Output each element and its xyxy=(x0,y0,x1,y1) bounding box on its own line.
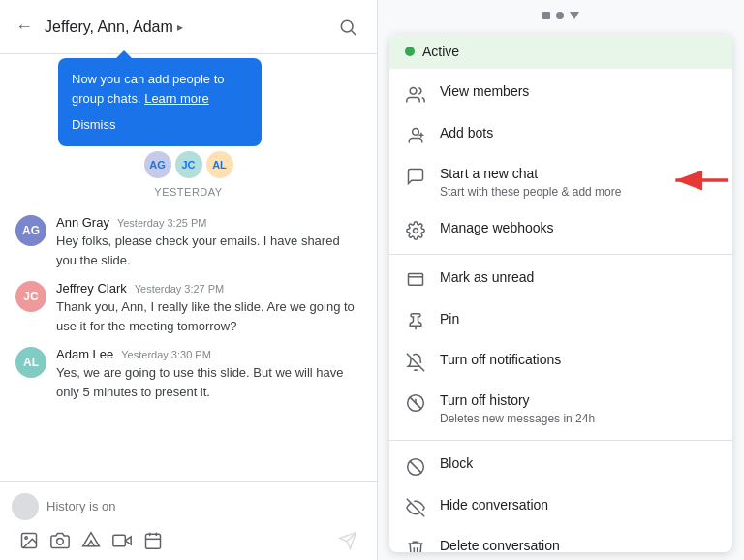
menu-panel: Active View members Add bots xyxy=(378,0,744,560)
menu-item-history[interactable]: Turn off history Deletes new messages in… xyxy=(389,382,732,436)
message-sender: Jeffrey Clark xyxy=(56,281,127,296)
message-content: Ann GrayYesterday 3:25 PMHey folks, plea… xyxy=(56,215,361,269)
menu-item-mark-unread[interactable]: Mark as unread xyxy=(389,259,732,299)
group-avatar-2: JC xyxy=(175,151,202,178)
settings-icon xyxy=(405,220,426,240)
people-icon xyxy=(405,83,426,104)
message-input[interactable] xyxy=(46,499,365,513)
menu-item-add-bots[interactable]: Add bots xyxy=(389,114,732,155)
pin-text: Pin xyxy=(440,310,717,329)
message-text: Hey folks, please check your emails. I h… xyxy=(56,232,361,269)
svg-line-21 xyxy=(407,354,424,371)
active-label: Active xyxy=(422,44,459,59)
chat-title-text: Jeffery, Ann, Adam xyxy=(45,18,173,36)
dropdown-menu: Active View members Add bots xyxy=(389,34,732,552)
search-button[interactable] xyxy=(334,13,361,41)
block-text: Block xyxy=(440,454,717,474)
message-time: Yesterday 3:27 PM xyxy=(135,283,225,295)
message-row: AGAnn GrayYesterday 3:25 PMHey folks, pl… xyxy=(0,209,377,275)
history-row xyxy=(12,489,365,524)
footer-icons xyxy=(12,524,365,552)
video-icon[interactable] xyxy=(112,530,132,550)
drive-icon[interactable] xyxy=(81,530,101,550)
hide-text: Hide conversation xyxy=(440,496,717,515)
tooltip-bubble: Now you can add people to group chats. L… xyxy=(58,58,262,146)
menu-item-pin[interactable]: Pin xyxy=(389,300,732,341)
message-header: Ann GrayYesterday 3:25 PM xyxy=(56,215,361,230)
image-icon[interactable] xyxy=(19,530,39,550)
delete-icon xyxy=(405,538,426,552)
messages-container: AGAnn GrayYesterday 3:25 PMHey folks, pl… xyxy=(0,209,377,407)
menu-section-2: Mark as unread Pin Turn off notification… xyxy=(389,255,732,441)
svg-line-25 xyxy=(410,461,421,473)
message-avatar: AL xyxy=(16,347,46,378)
camera-icon[interactable] xyxy=(50,530,70,550)
menu-item-notifications[interactable]: Turn off notifications xyxy=(389,341,732,382)
message-text: Thank you, Ann, I really like the slide.… xyxy=(56,297,361,335)
message-header: Adam LeeYesterday 3:30 PM xyxy=(56,347,361,361)
chat-panel: ← Jeffery, Ann, Adam ▸ Now you can add p… xyxy=(0,0,378,560)
group-avatar-3: AL xyxy=(206,151,233,178)
date-label: YESTERDAY xyxy=(0,186,377,198)
svg-marker-6 xyxy=(125,537,131,544)
menu-item-webhooks[interactable]: Manage webhooks xyxy=(389,209,732,250)
history-text: Turn off history Deletes new messages in… xyxy=(440,391,717,426)
message-avatar: JC xyxy=(16,281,46,312)
send-button[interactable] xyxy=(338,530,357,550)
active-bar: Active xyxy=(389,34,732,69)
mark-unread-text: Mark as unread xyxy=(440,268,717,288)
red-arrow xyxy=(666,167,734,194)
tooltip-learn-more[interactable]: Learn more xyxy=(144,91,208,106)
svg-point-15 xyxy=(413,128,419,135)
topbar-square xyxy=(542,12,550,19)
add-bots-text: Add bots xyxy=(440,124,717,143)
message-content: Jeffrey ClarkYesterday 3:27 PMThank you,… xyxy=(56,281,361,335)
svg-point-0 xyxy=(341,20,353,32)
view-members-text: View members xyxy=(440,82,717,102)
menu-item-delete[interactable]: Delete conversation xyxy=(389,527,732,552)
my-avatar xyxy=(12,493,39,520)
avatar-group: AG JC AL xyxy=(0,151,377,178)
menu-section-3: Block Hide conversation Delete conversat… xyxy=(389,441,732,552)
menu-item-hide[interactable]: Hide conversation xyxy=(389,486,732,527)
group-avatar-1: AG xyxy=(144,151,171,178)
message-avatar: AG xyxy=(16,215,46,246)
flag-icon xyxy=(405,269,426,290)
menu-item-view-members[interactable]: View members xyxy=(389,73,732,113)
svg-line-1 xyxy=(352,31,356,36)
svg-point-4 xyxy=(57,539,64,545)
history-off-icon xyxy=(405,392,426,413)
message-content: Adam LeeYesterday 3:30 PMYes, we are goi… xyxy=(56,347,361,401)
pin-icon xyxy=(405,311,426,331)
bell-off-icon xyxy=(405,352,426,372)
message-header: Jeffrey ClarkYesterday 3:27 PM xyxy=(56,281,361,296)
message-row: ALAdam LeeYesterday 3:30 PMYes, we are g… xyxy=(0,341,377,407)
svg-point-3 xyxy=(25,537,27,540)
svg-point-14 xyxy=(410,87,417,94)
svg-rect-7 xyxy=(113,535,125,546)
notifications-text: Turn off notifications xyxy=(440,351,717,370)
menu-item-block[interactable]: Block xyxy=(389,445,732,485)
message-time: Yesterday 3:25 PM xyxy=(117,217,207,229)
menu-section-1: View members Add bots Start a new chat S… xyxy=(389,69,732,255)
search-icon xyxy=(338,17,357,37)
chat-footer xyxy=(0,481,377,560)
back-button[interactable]: ← xyxy=(16,16,33,37)
message-sender: Ann Gray xyxy=(56,215,109,230)
message-time: Yesterday 3:30 PM xyxy=(121,349,211,360)
svg-rect-8 xyxy=(146,534,161,548)
delete-text: Delete conversation xyxy=(440,537,717,552)
hide-icon xyxy=(405,497,426,517)
tooltip-text: Now you can add people to group chats. L… xyxy=(72,72,225,106)
person-add-icon xyxy=(405,125,426,145)
tooltip-dismiss[interactable]: Dismiss xyxy=(72,115,248,135)
chat-header: ← Jeffery, Ann, Adam ▸ xyxy=(0,0,377,54)
top-bar xyxy=(378,0,744,26)
webhooks-text: Manage webhooks xyxy=(440,219,717,238)
block-icon xyxy=(405,455,426,476)
active-status-dot xyxy=(405,47,415,56)
title-arrow: ▸ xyxy=(177,20,183,34)
svg-point-18 xyxy=(414,229,418,233)
message-sender: Adam Lee xyxy=(56,347,113,361)
calendar-icon[interactable] xyxy=(143,530,163,550)
